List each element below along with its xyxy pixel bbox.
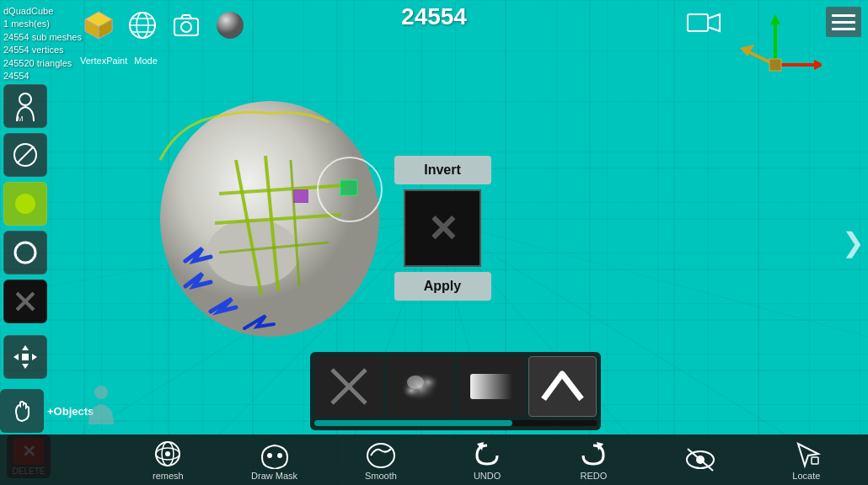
remesh-icon-svg	[151, 439, 185, 469]
sphere-preview[interactable]	[212, 7, 249, 44]
svg-point-60	[15, 194, 35, 214]
svg-marker-66	[13, 354, 19, 360]
green-circle-icon	[13, 192, 37, 216]
brush-toolbar	[310, 352, 601, 430]
svg-rect-44	[769, 59, 781, 71]
3d-model[interactable]	[135, 93, 396, 354]
smooth-btn[interactable]: Smooth	[356, 439, 406, 481]
draw-mask-btn[interactable]: Draw Mask	[249, 439, 300, 481]
objects-icon	[0, 389, 44, 433]
svg-rect-35	[688, 14, 708, 31]
svg-point-33	[181, 22, 191, 32]
triangles: 245520 triangles	[3, 57, 82, 70]
apply-label: Apply	[424, 279, 461, 294]
invert-btn[interactable]: Invert	[394, 156, 491, 184]
svg-rect-53	[293, 189, 308, 203]
slash-icon	[12, 141, 39, 168]
svg-point-61	[15, 242, 35, 263]
hamburger-line-3	[832, 28, 855, 30]
video-camera-icon	[687, 10, 721, 35]
svg-point-75	[407, 376, 424, 389]
gizmo[interactable]	[729, 13, 822, 92]
globe-icon-btn[interactable]	[124, 7, 161, 44]
globe-icon	[127, 10, 158, 40]
undo-icon	[470, 439, 504, 469]
svg-point-56	[19, 93, 31, 105]
draw-mask-icon	[258, 439, 292, 469]
chevron-brush-icon	[539, 365, 586, 408]
mask-x-icon: ✕	[427, 207, 458, 250]
locate-label: Locate	[792, 471, 820, 481]
cube-icon-btn[interactable]	[80, 7, 117, 44]
x-icon-btn[interactable]	[3, 280, 47, 323]
vertices: 24554 vertices	[3, 44, 82, 56]
svg-point-80	[165, 451, 170, 456]
model-svg	[135, 93, 396, 354]
camera-icon-btn[interactable]	[168, 7, 205, 44]
hide-btn[interactable]	[675, 445, 726, 475]
smooth-icon	[364, 439, 398, 469]
redo-icon	[576, 439, 610, 469]
locate-icon	[790, 439, 823, 469]
smooth-icon-svg	[364, 439, 398, 469]
right-arrow-btn[interactable]: ❯	[842, 227, 865, 258]
remesh-label: remesh	[153, 471, 184, 481]
locate-btn[interactable]: Locate	[781, 439, 832, 481]
hamburger-line-2	[832, 21, 855, 24]
figure-icon	[80, 382, 122, 424]
svg-text:M: M	[17, 115, 24, 121]
svg-marker-36	[708, 14, 720, 31]
video-camera-btn[interactable]	[687, 10, 721, 39]
redo-icon-svg	[576, 439, 610, 469]
svg-rect-89	[812, 457, 818, 464]
brush-progress-track	[314, 420, 597, 426]
no-icon-btn[interactable]	[3, 133, 47, 177]
green-dot-btn[interactable]	[3, 182, 47, 226]
brush-row	[314, 356, 597, 417]
move-icon	[12, 344, 39, 370]
mask-preview-box[interactable]: ✕	[404, 189, 481, 267]
cloud-brush-icon	[394, 365, 445, 408]
hamburger-line-1	[832, 14, 855, 17]
top-icons-bar	[80, 7, 249, 44]
svg-rect-76	[470, 374, 512, 399]
svg-marker-67	[32, 354, 37, 360]
svg-point-34	[217, 12, 244, 39]
vertex-paint-mode: VertexPaint Mode	[80, 56, 158, 66]
svg-marker-41	[814, 60, 822, 70]
hamburger-menu-btn[interactable]	[826, 7, 861, 37]
undo-btn[interactable]: UNDO	[462, 439, 512, 481]
ring-icon	[13, 241, 37, 264]
apply-btn[interactable]: Apply	[394, 272, 491, 301]
svg-rect-68	[22, 354, 29, 360]
eye-icon-svg	[683, 445, 717, 475]
character-btn[interactable]: M	[3, 84, 47, 128]
eye-icon	[683, 445, 717, 475]
svg-point-69	[94, 386, 108, 399]
svg-marker-64	[22, 345, 29, 350]
svg-rect-55	[340, 180, 357, 195]
gizmo-icon	[729, 13, 822, 88]
bottom-action-bar: remesh Draw Mask Smooth UN	[0, 434, 868, 485]
counter-display: 24554	[401, 3, 467, 30]
redo-btn[interactable]: REDO	[568, 439, 619, 481]
camera-icon	[172, 11, 201, 40]
svg-line-22	[434, 219, 868, 337]
left-sidebar: M	[3, 84, 47, 379]
ring-btn[interactable]	[3, 231, 47, 274]
brush-x-item[interactable]	[314, 356, 383, 417]
person-icon: M	[13, 92, 38, 121]
svg-marker-38	[770, 14, 780, 24]
app-info: dQuadCube 1 mesh(es) 24554 sub meshes 24…	[3, 5, 82, 83]
sphere-preview-icon	[214, 9, 246, 41]
mask-icon-svg	[258, 439, 292, 469]
svg-point-82	[277, 453, 282, 458]
remesh-icon	[151, 439, 185, 469]
undo-label: UNDO	[474, 471, 501, 481]
remesh-btn[interactable]: remesh	[142, 439, 193, 481]
app-id: 24554	[3, 70, 82, 83]
move-icon-btn[interactable]	[3, 335, 47, 379]
brush-gradient-item[interactable]	[457, 356, 526, 417]
brush-chevron-item[interactable]	[528, 356, 597, 417]
brush-cloud-item[interactable]	[386, 356, 455, 417]
